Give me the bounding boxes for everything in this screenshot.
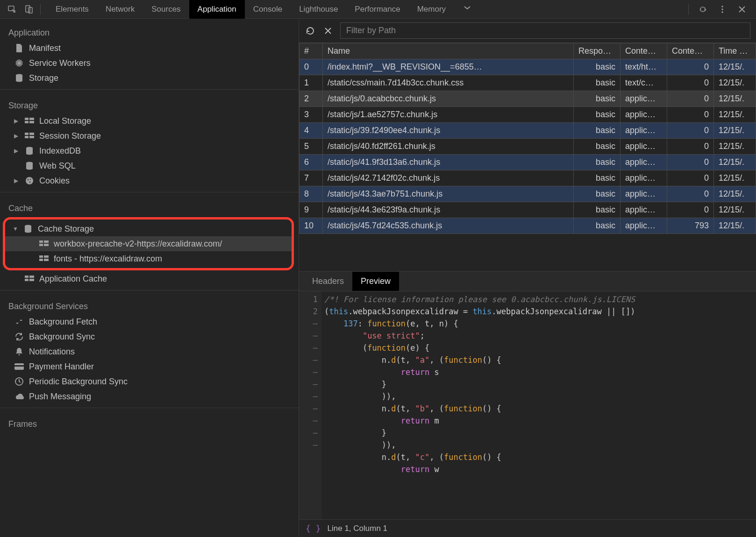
- sidebar-item-application-cache[interactable]: ▶ Application Cache: [0, 271, 299, 286]
- svg-rect-33: [25, 279, 29, 281]
- gear-icon: [14, 58, 24, 68]
- svg-rect-25: [39, 244, 43, 246]
- tab-memory[interactable]: Memory: [409, 0, 454, 19]
- sidebar-item-push-messaging[interactable]: Push Messaging: [0, 389, 299, 404]
- device-toolbar-icon[interactable]: [22, 3, 36, 16]
- table-row[interactable]: 8/static/js/43.3ae7b751.chunk.jsbasicapp…: [300, 186, 756, 202]
- svg-rect-24: [44, 240, 49, 243]
- svg-rect-10: [25, 121, 29, 123]
- expand-arrow-icon[interactable]: ▶: [14, 133, 20, 139]
- sidebar-item-service-workers[interactable]: Service Workers: [0, 56, 299, 71]
- tab-headers[interactable]: Headers: [304, 272, 352, 291]
- table-row[interactable]: 7/static/js/42.7142f02c.chunk.jsbasicapp…: [300, 170, 756, 186]
- table-row[interactable]: 5/static/js/40.fd2ff261.chunk.jsbasicapp…: [300, 139, 756, 155]
- sidebar-item-background-fetch[interactable]: Background Fetch: [0, 314, 299, 329]
- section-background-title: Background Services: [0, 294, 299, 314]
- close-icon[interactable]: [735, 3, 749, 16]
- svg-rect-36: [14, 365, 24, 367]
- table-row[interactable]: 1/static/css/main.7d14b3cc.chunk.cssbasi…: [300, 75, 756, 91]
- expand-arrow-icon[interactable]: ▶: [14, 148, 20, 154]
- svg-point-5: [721, 11, 723, 13]
- cloud-icon: [14, 391, 24, 402]
- svg-rect-9: [29, 118, 34, 120]
- sidebar-item-label: Background Sync: [29, 332, 95, 342]
- table-row[interactable]: 2/static/js/0.acabcbcc.chunk.jsbasicappl…: [300, 91, 756, 107]
- sidebar-item-label: Application Cache: [39, 274, 107, 284]
- separator: [688, 4, 689, 15]
- sidebar-item-label: Background Fetch: [29, 317, 97, 327]
- database-icon: [23, 224, 33, 234]
- sidebar-item-storage-overview[interactable]: Storage: [0, 71, 299, 85]
- sidebar-item-cache-fonts[interactable]: fonts - https://excalidraw.com: [5, 251, 292, 266]
- sidebar-item-payment-handler[interactable]: Payment Handler: [0, 359, 299, 374]
- svg-rect-31: [25, 276, 29, 278]
- sidebar-item-indexeddb[interactable]: ▶ IndexedDB: [0, 143, 299, 158]
- sidebar-item-label: fonts - https://excalidraw.com: [54, 254, 162, 264]
- sidebar-item-cookies[interactable]: ▶ Cookies: [0, 173, 299, 188]
- col-time-cached[interactable]: Time …: [714, 43, 756, 59]
- tab-network[interactable]: Network: [97, 0, 143, 19]
- tab-sources[interactable]: Sources: [143, 0, 189, 19]
- inspect-element-icon[interactable]: [6, 3, 19, 16]
- sidebar-item-cache-storage[interactable]: ▼ Cache Storage: [5, 221, 292, 236]
- refresh-icon[interactable]: [305, 25, 316, 36]
- sidebar-item-notifications[interactable]: Notifications: [0, 344, 299, 359]
- file-icon: [14, 43, 24, 53]
- line-gutter: 12–––––––––––: [299, 291, 321, 519]
- sidebar-item-websql[interactable]: ▶ Web SQL: [0, 158, 299, 173]
- table-row[interactable]: 4/static/js/39.f2490ee4.chunk.jsbasicapp…: [300, 123, 756, 139]
- svg-rect-34: [29, 279, 34, 281]
- separator: [0, 408, 299, 408]
- sidebar-item-session-storage[interactable]: ▶ Session Storage: [0, 128, 299, 143]
- tab-console[interactable]: Console: [245, 0, 291, 19]
- tab-overflow-icon[interactable]: [454, 0, 480, 19]
- sidebar-item-label: Notifications: [29, 347, 75, 357]
- cache-detail-pane: # Name Respo… Conte… Conte… Time … 0/ind…: [299, 19, 756, 537]
- svg-rect-26: [44, 244, 49, 246]
- col-index[interactable]: #: [300, 43, 323, 59]
- sidebar-item-periodic-sync[interactable]: Periodic Background Sync: [0, 374, 299, 389]
- tab-preview[interactable]: Preview: [352, 272, 399, 291]
- sidebar-item-label: workbox-precache-v2-https://excalidraw.c…: [54, 239, 222, 249]
- cache-toolbar: [299, 19, 756, 43]
- table-row[interactable]: 10/static/js/45.7d24c535.chunk.jsbasicap…: [300, 218, 756, 234]
- settings-gear-icon[interactable]: [696, 3, 709, 16]
- table-row[interactable]: 3/static/js/1.ae52757c.chunk.jsbasicappl…: [300, 107, 756, 123]
- code-preview[interactable]: 12––––––––––– /*! For license informatio…: [299, 291, 756, 519]
- collapse-arrow-icon[interactable]: ▼: [13, 226, 18, 232]
- table-row[interactable]: 0/index.html?__WB_REVISION__=6855…basict…: [300, 59, 756, 75]
- table-row[interactable]: 6/static/js/41.9f3d13a6.chunk.jsbasicapp…: [300, 155, 756, 170]
- col-name[interactable]: Name: [323, 43, 574, 59]
- table-row[interactable]: 9/static/js/44.3e623f9a.chunk.jsbasicapp…: [300, 202, 756, 218]
- svg-point-21: [29, 182, 31, 183]
- cookie-icon: [24, 176, 35, 186]
- filter-by-path-input[interactable]: [340, 22, 750, 39]
- cache-entries-table[interactable]: # Name Respo… Conte… Conte… Time … 0/ind…: [299, 43, 756, 272]
- svg-rect-1: [26, 6, 30, 12]
- tab-application[interactable]: Application: [189, 0, 245, 19]
- sidebar-item-background-sync[interactable]: Background Sync: [0, 329, 299, 344]
- col-content-type[interactable]: Conte…: [620, 43, 667, 59]
- table-icon: [24, 131, 35, 141]
- svg-rect-13: [29, 133, 34, 135]
- devtools-top-bar: Elements Network Sources Application Con…: [0, 0, 756, 19]
- svg-rect-30: [44, 259, 49, 261]
- expand-arrow-icon[interactable]: ▶: [14, 118, 20, 124]
- cursor-position: Line 1, Column 1: [328, 524, 388, 533]
- col-response-type[interactable]: Respo…: [574, 43, 620, 59]
- pretty-print-icon[interactable]: { }: [306, 523, 321, 533]
- tab-elements[interactable]: Elements: [47, 0, 97, 19]
- database-icon: [24, 146, 35, 156]
- kebab-menu-icon[interactable]: [716, 3, 729, 16]
- tab-performance[interactable]: Performance: [346, 0, 408, 19]
- sync-icon: [14, 332, 24, 342]
- section-application-title: Application: [0, 21, 299, 41]
- delete-icon[interactable]: [322, 25, 334, 36]
- tab-lighthouse[interactable]: Lighthouse: [291, 0, 346, 19]
- section-storage-title: Storage: [0, 93, 299, 113]
- sidebar-item-cache-workbox[interactable]: workbox-precache-v2-https://excalidraw.c…: [5, 236, 292, 251]
- expand-arrow-icon[interactable]: ▶: [14, 177, 20, 184]
- sidebar-item-manifest[interactable]: Manifest: [0, 41, 299, 56]
- sidebar-item-local-storage[interactable]: ▶ Local Storage: [0, 113, 299, 128]
- col-content-length[interactable]: Conte…: [667, 43, 714, 59]
